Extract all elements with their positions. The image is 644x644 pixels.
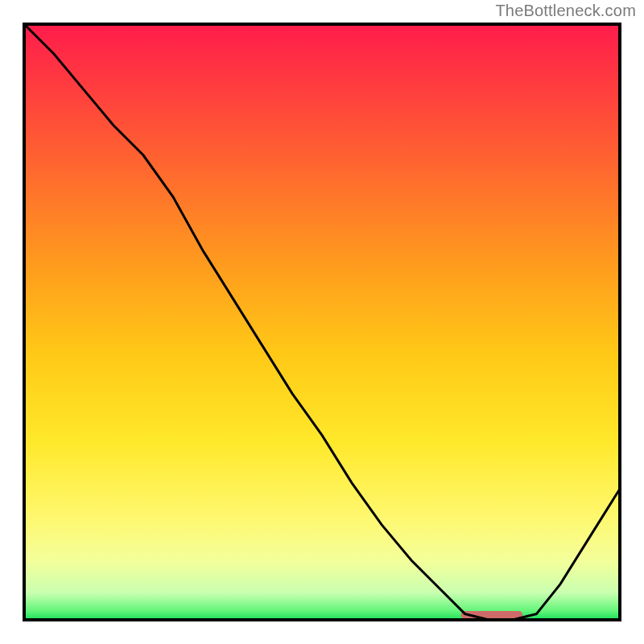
bottleneck-chart [0, 0, 644, 644]
gradient-background [24, 24, 620, 620]
chart-stage: TheBottleneck.com [0, 0, 644, 644]
